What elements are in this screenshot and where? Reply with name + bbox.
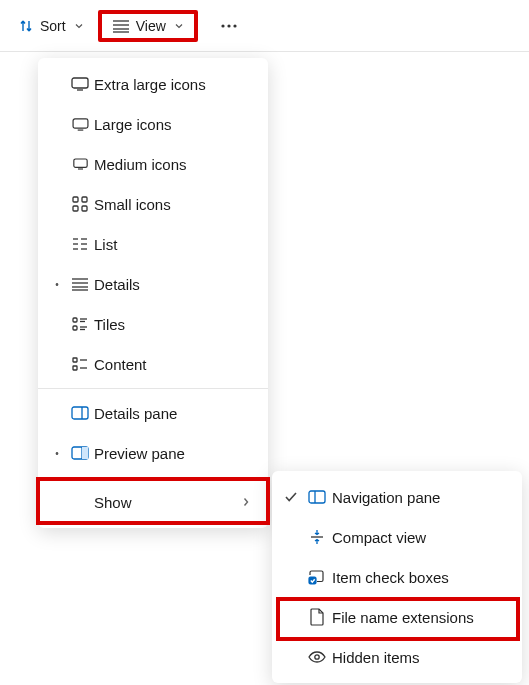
svg-rect-33 (73, 358, 77, 362)
file-ext-icon (302, 608, 332, 626)
monitor-icon (66, 77, 94, 91)
preview-pane-icon (66, 446, 94, 460)
menu-separator (38, 477, 268, 478)
view-icon (112, 19, 130, 33)
menu-item-tiles[interactable]: Tiles (38, 304, 268, 344)
submenu-item-navigation-pane[interactable]: Navigation pane (272, 477, 522, 517)
svg-rect-9 (73, 118, 88, 127)
chevron-down-icon (174, 21, 184, 31)
submenu-item-label: Compact view (332, 529, 508, 546)
view-menu: Extra large icons Large icons Medium ico… (38, 58, 268, 528)
svg-rect-7 (72, 78, 88, 88)
view-button[interactable]: View (98, 10, 198, 42)
svg-rect-15 (73, 206, 78, 211)
monitor-icon (66, 158, 94, 170)
menu-item-label: Large icons (94, 116, 254, 133)
menu-item-label: Content (94, 356, 254, 373)
menu-item-label: Extra large icons (94, 76, 254, 93)
menu-item-content[interactable]: Content (38, 344, 268, 384)
menu-item-label: Small icons (94, 196, 254, 213)
hidden-icon (302, 650, 332, 664)
details-icon (66, 277, 94, 291)
view-label: View (136, 18, 166, 34)
svg-rect-11 (73, 159, 86, 167)
menu-item-label: Tiles (94, 316, 254, 333)
svg-rect-37 (72, 407, 88, 419)
tiles-icon (66, 317, 94, 331)
svg-point-4 (221, 24, 224, 27)
submenu-item-check-boxes[interactable]: Item check boxes (272, 557, 522, 597)
menu-item-label: List (94, 236, 254, 253)
grid-icon (66, 196, 94, 212)
submenu-item-label: Navigation pane (332, 489, 508, 506)
menu-separator (38, 388, 268, 389)
sort-button[interactable]: Sort (8, 12, 94, 40)
svg-rect-30 (73, 326, 77, 330)
menu-item-show[interactable]: Show (38, 482, 268, 522)
submenu-item-compact-view[interactable]: Compact view (272, 517, 522, 557)
submenu-item-label: Item check boxes (332, 569, 508, 586)
details-pane-icon (66, 406, 94, 420)
menu-item-preview-pane[interactable]: • Preview pane (38, 433, 268, 473)
menu-item-medium-icons[interactable]: Medium icons (38, 144, 268, 184)
toolbar: Sort View (0, 0, 529, 52)
sort-label: Sort (40, 18, 66, 34)
menu-item-details-pane[interactable]: Details pane (38, 393, 268, 433)
svg-rect-41 (82, 447, 88, 459)
submenu-item-label: Hidden items (332, 649, 508, 666)
show-submenu: Navigation pane Compact view Item check … (272, 471, 522, 683)
menu-item-label: Preview pane (94, 445, 254, 462)
svg-rect-35 (73, 366, 77, 370)
content-icon (66, 357, 94, 371)
menu-item-label: Medium icons (94, 156, 254, 173)
monitor-icon (66, 118, 94, 131)
menu-item-label: Details (94, 276, 254, 293)
svg-rect-27 (73, 318, 77, 322)
nav-pane-icon (302, 490, 332, 504)
submenu-item-hidden-items[interactable]: Hidden items (272, 637, 522, 677)
submenu-item-file-extensions[interactable]: File name extensions (272, 597, 522, 637)
svg-rect-42 (309, 491, 325, 503)
svg-point-46 (315, 655, 319, 659)
chevron-down-icon (74, 21, 84, 31)
list-icon (66, 237, 94, 251)
menu-item-list[interactable]: List (38, 224, 268, 264)
chevron-right-icon (238, 497, 254, 507)
menu-item-label: Show (94, 494, 238, 511)
svg-rect-16 (82, 206, 87, 211)
more-button[interactable] (210, 12, 248, 40)
compact-icon (302, 529, 332, 545)
menu-item-label: Details pane (94, 405, 254, 422)
selected-dot: • (48, 448, 66, 459)
svg-point-5 (227, 24, 230, 27)
selected-dot: • (48, 279, 66, 290)
svg-rect-13 (73, 197, 78, 202)
menu-item-details[interactable]: • Details (38, 264, 268, 304)
sort-icon (18, 18, 34, 34)
menu-item-large-icons[interactable]: Large icons (38, 104, 268, 144)
svg-point-6 (233, 24, 236, 27)
menu-item-small-icons[interactable]: Small icons (38, 184, 268, 224)
checkboxes-icon (302, 570, 332, 585)
check-icon (280, 490, 302, 504)
submenu-item-label: File name extensions (332, 609, 508, 626)
more-icon (220, 18, 238, 34)
svg-rect-14 (82, 197, 87, 202)
menu-item-extra-large-icons[interactable]: Extra large icons (38, 64, 268, 104)
